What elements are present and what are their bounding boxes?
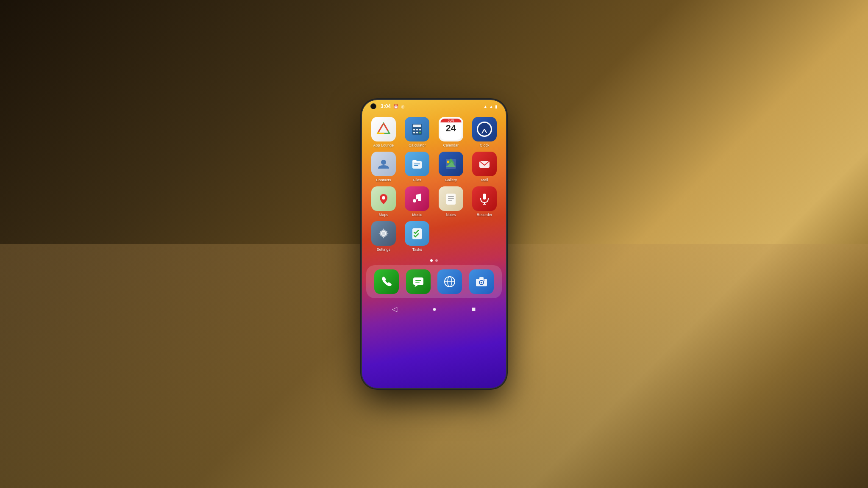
clock-item[interactable]: Clock — [470, 117, 500, 147]
tasks-icon[interactable] — [405, 221, 429, 246]
status-bar: 3:04 ⏰ ◎ ▲ ▲ ▮ — [362, 100, 506, 111]
tasks-svg — [410, 226, 424, 241]
dock-phone-item[interactable] — [373, 269, 401, 294]
recents-button[interactable]: ■ — [472, 305, 476, 313]
app-lounge-item[interactable]: App Lounge — [369, 117, 398, 147]
music-item[interactable]: Music — [403, 186, 432, 217]
dot-2[interactable] — [435, 259, 438, 262]
maps-item[interactable]: Maps — [369, 186, 398, 217]
app-lounge-svg — [376, 122, 391, 137]
front-camera — [370, 103, 376, 109]
recorder-item[interactable]: Recorder — [470, 186, 500, 217]
dock-camera-item[interactable] — [468, 269, 495, 294]
svg-point-22 — [413, 199, 416, 202]
browser-svg — [442, 274, 457, 289]
calculator-icon[interactable] — [405, 117, 429, 141]
svg-point-43 — [481, 282, 482, 283]
status-icons-right: ▲ ▲ ▮ — [483, 104, 498, 109]
contacts-label: Contacts — [376, 178, 391, 182]
svg-point-11 — [381, 160, 386, 165]
mail-icon[interactable] — [472, 152, 497, 176]
svg-marker-1 — [378, 123, 389, 133]
svg-rect-10 — [419, 132, 421, 133]
svg-rect-32 — [412, 228, 422, 239]
mail-label: Mail — [481, 178, 488, 182]
dock-messages-icon[interactable] — [406, 269, 431, 294]
calculator-item[interactable]: Calculator — [403, 117, 432, 147]
recorder-label: Recorder — [477, 213, 492, 217]
files-item[interactable]: Files — [403, 152, 432, 182]
calendar-icon[interactable]: JUN 24 — [439, 117, 463, 141]
signal-icon: ▲ — [489, 104, 493, 109]
svg-rect-36 — [415, 282, 420, 283]
wifi-icon: ▲ — [483, 104, 487, 109]
music-icon[interactable] — [405, 186, 429, 211]
gallery-item[interactable]: Gallery — [436, 152, 466, 182]
calculator-label: Calculator — [409, 143, 426, 147]
settings-label: Settings — [376, 247, 390, 252]
status-left: 3:04 ⏰ ◎ — [370, 103, 405, 109]
settings-icon[interactable] — [371, 221, 396, 246]
calendar-label: Calendar — [443, 143, 459, 147]
maps-icon[interactable] — [371, 186, 396, 211]
calendar-date: 24 — [446, 123, 456, 133]
clock-face — [477, 122, 492, 137]
svg-rect-41 — [479, 277, 484, 280]
gallery-label: Gallery — [445, 178, 457, 182]
alarm-icon: ⏰ — [393, 104, 398, 109]
svg-point-8 — [413, 132, 415, 133]
dock-messages-item[interactable] — [405, 269, 432, 294]
contacts-item[interactable]: Contacts — [369, 152, 398, 182]
nav-bar: ◁ ● ■ — [362, 301, 506, 316]
svg-marker-2 — [378, 123, 389, 133]
mail-svg — [477, 157, 492, 171]
tasks-item[interactable]: Tasks — [403, 221, 432, 252]
clock-icon[interactable] — [472, 117, 497, 141]
back-button[interactable]: ◁ — [392, 305, 397, 313]
messages-svg — [411, 274, 426, 289]
phone-svg — [379, 274, 394, 289]
dock-browser-icon[interactable] — [437, 269, 462, 294]
svg-rect-33 — [413, 277, 423, 285]
notes-icon[interactable] — [439, 186, 463, 211]
svg-point-44 — [483, 280, 484, 281]
notes-label: Notes — [446, 213, 456, 217]
maps-svg — [376, 191, 391, 206]
music-svg — [410, 191, 424, 206]
location-icon: ◎ — [401, 104, 405, 109]
svg-rect-27 — [448, 200, 452, 201]
camera-svg — [474, 274, 489, 289]
dock-camera-icon[interactable] — [469, 269, 494, 294]
svg-rect-26 — [448, 198, 454, 199]
svg-point-21 — [382, 196, 385, 200]
calendar-item[interactable]: JUN 24 Calendar — [436, 117, 466, 147]
svg-point-23 — [418, 198, 421, 201]
app-lounge-icon[interactable] — [371, 117, 396, 141]
settings-item[interactable]: Settings — [369, 221, 398, 252]
phone-wrapper: 3:04 ⏰ ◎ ▲ ▲ ▮ — [362, 100, 506, 388]
clock-minute-hand — [482, 129, 485, 134]
app-grid: App Lounge — [362, 113, 506, 256]
dot-1[interactable] — [430, 259, 433, 262]
gallery-icon[interactable] — [439, 152, 463, 176]
contacts-icon[interactable] — [371, 152, 396, 176]
svg-rect-25 — [448, 196, 454, 197]
maps-label: Maps — [379, 213, 388, 217]
recorder-icon[interactable] — [472, 186, 497, 211]
notes-svg — [444, 191, 458, 206]
dock-phone-icon[interactable] — [374, 269, 399, 294]
notes-item[interactable]: Notes — [436, 186, 466, 217]
svg-marker-34 — [415, 285, 418, 287]
calculator-svg — [410, 122, 424, 136]
svg-rect-4 — [413, 125, 421, 127]
mail-item[interactable]: Mail — [470, 152, 500, 182]
home-button[interactable]: ● — [432, 305, 437, 313]
dock-browser-item[interactable] — [436, 269, 464, 294]
app-lounge-label: App Lounge — [373, 143, 394, 147]
svg-rect-15 — [414, 165, 418, 166]
svg-rect-28 — [483, 194, 486, 200]
clock-hour-hand — [484, 129, 487, 133]
recorder-svg — [477, 191, 492, 206]
files-icon[interactable] — [405, 152, 429, 176]
clock-label: Clock — [480, 143, 490, 147]
